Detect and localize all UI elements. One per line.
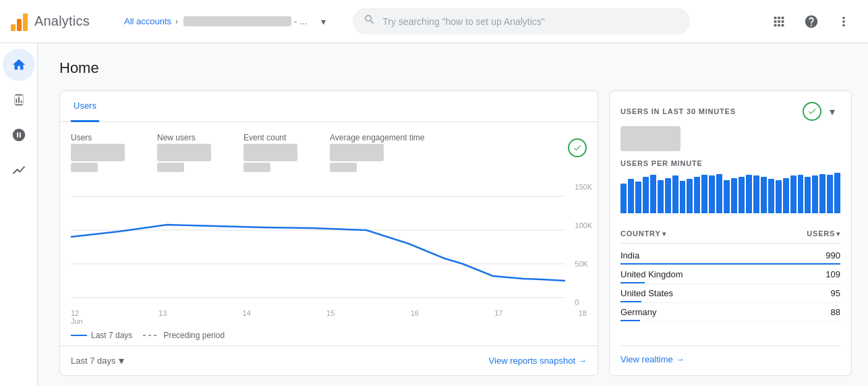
country-bar — [620, 282, 645, 283]
country-table: COUNTRY ▾ USERS ▾ India 990 United Kingd… — [620, 224, 840, 322]
country-users: 95 — [831, 288, 840, 298]
country-rows: India 990 United Kingdom 109 United Stat… — [620, 246, 840, 322]
arrow-right-icon: → — [578, 356, 587, 366]
table-row[interactable]: United States 95 — [620, 284, 840, 303]
metric-new-users-value — [157, 144, 211, 161]
x-label-18: 18 — [579, 309, 587, 325]
metric-event-count: Event count — [243, 133, 297, 172]
period-selector[interactable]: Last 7 days ▾ — [71, 354, 124, 367]
bar — [701, 175, 707, 213]
content-grid: Users Users New u — [59, 90, 852, 376]
search-icon — [364, 13, 376, 29]
view-realtime-link[interactable]: View realtime → — [620, 354, 840, 364]
account-name-blurred — [183, 16, 291, 26]
more-options-button[interactable] — [830, 8, 857, 35]
account-breadcrumb: - ... ▾ — [183, 8, 337, 35]
apps-grid-button[interactable] — [765, 8, 792, 35]
country-name: Germany — [620, 307, 656, 317]
sidebar-item-advertising[interactable] — [3, 154, 35, 186]
bar — [798, 175, 804, 213]
realtime-users-value — [620, 126, 840, 151]
metric-event-count-change — [243, 163, 297, 172]
panel-dropdown-button[interactable]: ▾ — [824, 103, 840, 119]
country-bar — [620, 320, 640, 321]
table-row[interactable]: India 990 — [620, 246, 840, 265]
bar — [680, 181, 686, 213]
card-tabs: Users — [60, 91, 598, 122]
header-actions — [765, 8, 857, 35]
table-row[interactable]: Germany 88 — [620, 303, 840, 322]
users-per-minute-label: USERS PER MINUTE — [620, 159, 840, 167]
view-reports-snapshot-link[interactable]: View reports snapshot → — [489, 356, 587, 366]
bar — [827, 175, 833, 213]
bar — [716, 174, 722, 213]
x-date: 12 — [71, 309, 79, 317]
main-content: Home Users Users — [38, 43, 868, 386]
users-per-minute-chart — [620, 173, 840, 213]
bar — [694, 177, 700, 213]
period-label: Last 7 days — [71, 356, 116, 366]
panel-header: USERS IN LAST 30 MINUTES ▾ — [620, 102, 840, 121]
metric-users-value — [71, 144, 125, 161]
card-footer: Last 7 days ▾ View reports snapshot → — [60, 346, 598, 375]
bar — [761, 177, 767, 213]
y-label-100k: 100K — [575, 221, 592, 229]
country-users: 109 — [826, 269, 840, 279]
country-name: United States — [620, 288, 673, 298]
panel-actions: ▾ — [803, 102, 840, 121]
all-accounts-link[interactable]: All accounts › — [119, 16, 183, 26]
bar — [709, 175, 715, 213]
metric-event-count-label: Event count — [243, 133, 297, 142]
users-chart — [71, 183, 565, 304]
metric-users: Users — [71, 133, 125, 172]
search-bar[interactable]: Try searching "how to set up Analytics" — [353, 8, 690, 34]
bar — [776, 180, 782, 213]
page-title: Home — [59, 59, 852, 77]
panel-check-button[interactable] — [803, 102, 821, 121]
bar — [731, 178, 737, 213]
x-label-16: 16 — [411, 309, 419, 325]
sidebar-item-explore[interactable] — [3, 119, 35, 151]
logo-area: Analytics — [11, 12, 119, 31]
x-label-14: 14 — [243, 309, 251, 325]
bar — [834, 173, 840, 213]
app-name: Analytics — [34, 13, 90, 29]
legend-dashed-line — [143, 335, 159, 336]
main-chart-card: Users Users New u — [59, 90, 598, 376]
users-column-header[interactable]: USERS ▾ — [807, 229, 840, 238]
bar — [665, 178, 671, 213]
metric-avg-engagement: Average engagement time — [330, 133, 425, 172]
metric-new-users-label: New users — [157, 133, 211, 142]
sidebar-item-home[interactable] — [3, 49, 35, 81]
legend-last-7-days: Last 7 days — [71, 331, 132, 340]
account-dropdown-button[interactable]: ▾ — [310, 8, 337, 35]
sidebar — [0, 43, 38, 386]
x-label-15: 15 — [326, 309, 335, 325]
country-bar — [620, 301, 641, 302]
metrics-row: Users New users — [60, 122, 436, 177]
help-button[interactable] — [798, 8, 825, 35]
separator: - — [294, 16, 297, 26]
bar — [819, 174, 826, 213]
period-dropdown-icon: ▾ — [119, 354, 124, 367]
bar — [635, 182, 641, 213]
legend-preceding-period: Preceding period — [143, 331, 225, 340]
legend-preceding-label: Preceding period — [163, 331, 225, 340]
metric-users-change — [71, 163, 125, 172]
sidebar-item-reports[interactable] — [3, 84, 35, 116]
top-header: Analytics All accounts › - ... ▾ Try sea… — [0, 0, 868, 43]
country-name: India — [620, 250, 639, 260]
metric-users-label: Users — [71, 133, 125, 142]
bar — [650, 175, 656, 213]
compare-check-icon[interactable] — [568, 138, 587, 157]
table-row[interactable]: United Kingdom 109 — [620, 265, 840, 284]
country-column-header[interactable]: COUNTRY ▾ — [620, 229, 666, 238]
bar — [658, 180, 664, 213]
bar — [643, 177, 649, 213]
bar — [739, 177, 745, 213]
legend-last-7-label: Last 7 days — [91, 331, 132, 340]
metric-avg-engagement-value — [330, 144, 425, 161]
bar — [768, 179, 774, 213]
tab-users[interactable]: Users — [71, 91, 99, 122]
bar — [687, 179, 693, 213]
